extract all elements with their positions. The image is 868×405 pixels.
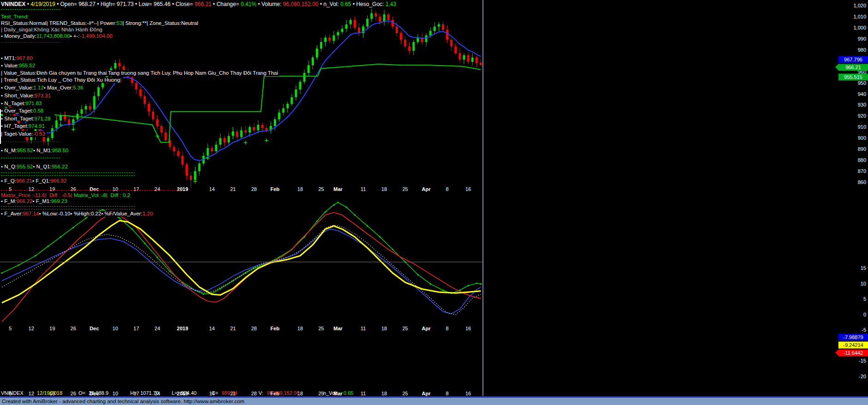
text-span: 4/19/2019: [30, 1, 55, 7]
separator-line: [1, 42, 60, 42]
price-axis-label: 920: [858, 113, 866, 119]
text-span: 966.21: [16, 178, 32, 184]
oscillator-axis-label: 0: [863, 312, 866, 317]
text-span: 958.50: [52, 148, 68, 153]
text-span: 971.28: [34, 116, 50, 121]
indicator-text-line: | Value_Status:Đinh Gia chuyen tu Trang …: [1, 70, 279, 76]
text-span: • Max_Over:: [44, 85, 73, 90]
separator-line: [1, 190, 180, 191]
date-axis-label: 11: [361, 186, 366, 192]
text-span: 969.23: [51, 198, 67, 204]
date-axis-label: 12: [29, 186, 34, 192]
date-axis-label: 19: [49, 186, 55, 192]
price-axis-label: 880: [858, 157, 866, 163]
text-span: 0.41%: [241, 1, 256, 7]
indicator-text-line: | Taget-Value:-0.53: [1, 131, 47, 137]
text-span: • F_M:: [1, 198, 16, 204]
date-axis-label: 18: [381, 391, 387, 396]
text-span: | Taget-Value:: [1, 131, 33, 137]
price-axis-label: 1,020: [853, 3, 866, 8]
text-span: 1.12: [33, 85, 43, 90]
date-axis-label: 24: [155, 186, 160, 192]
price-axis-label: 990: [858, 36, 866, 42]
separator-line: [1, 158, 60, 158]
price-overlays: [2, 21, 481, 183]
date-axis-label: 26: [71, 186, 76, 192]
date-axis-label: 25: [402, 326, 408, 331]
text-span: 955.52: [17, 148, 33, 153]
clipped-title-fragment: 1071.70: [140, 390, 159, 396]
text-span: 955.52: [17, 164, 33, 169]
date-axis-label: 5: [9, 186, 12, 192]
text-span: • Value:: [1, 63, 19, 68]
date-axis-label: Mar: [333, 326, 343, 331]
price-axis-label: 940: [858, 91, 866, 97]
separator-line: [1, 206, 135, 209]
clipped-title-fragment: 12/19/2018: [37, 390, 62, 396]
text-span: Matrix_Vol :-8|: [72, 192, 108, 198]
chart-title: VNINDEX • 4/19/2019 • Open= 968.27 • Hig…: [1, 1, 396, 7]
text-span: • MT1:: [1, 55, 16, 61]
text-span: -1,499,104.00: [80, 33, 113, 39]
indicator-text-line: • N_Q:955.52• N_Q1:956.22: [1, 164, 69, 170]
text-span: 967.14: [23, 211, 39, 216]
indicator-text-line: • Over_Value:1.12• Max_Over:5.36: [1, 85, 85, 91]
text-span: • F_Q:: [1, 178, 16, 184]
indicator-text-line: • F_Aver:967.14• %Low:-0.10• %High:0.22•…: [1, 211, 154, 217]
indicator-text-line: Matrix_Price :-11.6| Diff : -0.5| Matrix…: [1, 192, 132, 198]
text-span: • N_Taget:: [1, 101, 25, 106]
text-span: | Value_Status:Đinh Gia chuyen tu Trang …: [1, 70, 278, 76]
date-axis-label: 14: [209, 186, 215, 192]
text-span: • F_Q1:: [32, 178, 50, 184]
text-span: Matrix_Price :-11.6|: [1, 192, 47, 198]
text-span: 0.22: [91, 211, 101, 216]
date-axis-label: 28: [251, 186, 257, 192]
indicator-text-line: • Short_Taget:971.28: [1, 116, 52, 122]
text-span: • Over_Value:: [1, 85, 33, 90]
date-axis-label: 28: [251, 391, 257, 396]
date-axis-label: 18: [381, 186, 387, 192]
date-axis-label: 19: [49, 326, 55, 331]
text-span: Diff : 0.2: [108, 192, 130, 198]
badge-arrow-icon: [835, 64, 838, 71]
badge-arrow-icon: [835, 350, 838, 356]
text-span: 966.22: [16, 198, 32, 204]
text-span: -0.10: [58, 211, 70, 216]
price-axis-label: 900: [858, 135, 866, 141]
text-span: • %High:: [70, 211, 90, 216]
oscillator-axis-label: 15: [861, 265, 866, 271]
price-axis-label: 1,010: [853, 14, 866, 19]
separator-line: [1, 142, 60, 142]
text-span: • H7_Taget:: [1, 123, 29, 129]
clipped-title-fragment: 20,988.9: [89, 390, 108, 396]
date-axis-label: 14: [209, 326, 215, 331]
clipped-title-fragment: L=: [172, 390, 178, 396]
oscillator-axis-label: 5: [863, 296, 866, 302]
price-axis-label: 980: [858, 47, 866, 53]
indicator-text-line: • Over_Taget:0.58: [1, 108, 45, 114]
date-axis-label: 25: [318, 326, 324, 331]
date-axis-label: 16: [465, 326, 471, 331]
text-span: -0.53: [33, 131, 45, 137]
indicator-text-line: Test_Trend:: [1, 14, 30, 20]
price-axis-label: 910: [858, 124, 866, 130]
indicator-text-line: • H7_Taget:974.91: [1, 123, 46, 129]
text-span: 96,080,152.00: [283, 1, 319, 7]
date-axis-label: 28: [251, 326, 257, 331]
indicator-text-line: • N_M:955.52• N_M1:958.50: [1, 148, 70, 154]
date-axis-label: Apr: [422, 186, 431, 192]
clipped-title-fragment: O=: [78, 390, 85, 396]
date-axis-label: 24: [155, 326, 160, 331]
status-bar: Created with AmiBroker - advanced charti…: [0, 398, 868, 405]
oscillator-series[interactable]: [1, 202, 482, 322]
date-axis-label: 17: [133, 186, 139, 192]
text-span: 11,743,808.00: [36, 33, 70, 39]
text-span: 974.91: [29, 123, 45, 129]
indicator-text-line: • Short_Value:973.31: [1, 93, 52, 99]
price-axis-label: 890: [858, 146, 866, 152]
text-span: |: [120, 77, 121, 83]
chart-canvas[interactable]: [0, 0, 868, 405]
clipped-title-fragment: H=: [130, 390, 137, 396]
text-span: • Volume:: [256, 1, 283, 7]
date-axis-label: 2019: [177, 326, 188, 331]
